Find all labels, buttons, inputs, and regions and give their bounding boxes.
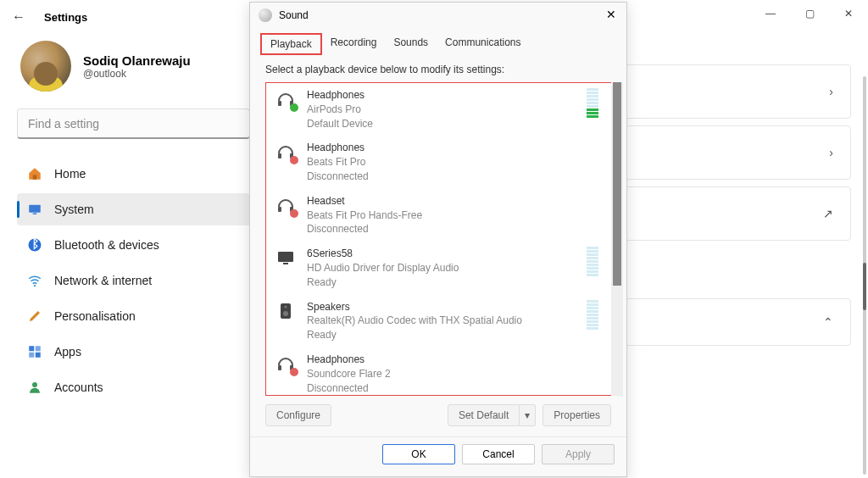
tab-recording[interactable]: Recording — [322, 33, 386, 55]
apps-icon — [27, 344, 42, 359]
page-scrollbar[interactable] — [863, 76, 866, 475]
nav-label: Apps — [54, 345, 81, 358]
svg-rect-14 — [278, 207, 281, 212]
device-text: HeadphonesSoundcore Flare 2Disconnected — [307, 353, 603, 395]
maximize-button[interactable]: ▢ — [790, 0, 829, 27]
level-meter-icon — [586, 88, 599, 118]
nav-label: Network & internet — [54, 274, 152, 287]
device-row[interactable]: 6Series58HD Audio Driver for Display Aud… — [266, 242, 611, 294]
tab-playback[interactable]: Playback — [260, 33, 322, 55]
back-button[interactable]: ← — [8, 9, 29, 25]
svg-rect-8 — [36, 353, 41, 358]
sound-dialog: Sound ✕ PlaybackRecordingSoundsCommunica… — [249, 2, 627, 477]
headphones-icon — [275, 141, 297, 163]
headphones-icon — [275, 353, 297, 375]
chevron-right-icon: › — [829, 85, 833, 98]
device-text: SpeakersRealtek(R) Audio Codec with THX … — [307, 300, 576, 342]
device-list[interactable]: HeadphonesAirPods ProDefault DeviceHeadp… — [265, 82, 611, 396]
speaker-icon — [275, 300, 297, 322]
set-default-button[interactable]: Set Default — [448, 404, 520, 426]
sidebar-item-personalisation[interactable]: Personalisation — [17, 300, 250, 332]
properties-button[interactable]: Properties — [542, 404, 611, 426]
sound-icon — [259, 8, 272, 22]
brush-icon — [27, 308, 42, 324]
status-badge — [290, 156, 298, 164]
sidebar-item-bluetooth-devices[interactable]: Bluetooth & devices — [17, 229, 250, 261]
dialog-close-button[interactable]: ✕ — [603, 8, 620, 21]
device-text: HeadsetBeats Fit Pro Hands-FreeDisconnec… — [307, 194, 603, 236]
svg-rect-17 — [283, 263, 288, 264]
tab-communications[interactable]: Communications — [437, 33, 529, 55]
profile-name: Sodiq Olanrewaju — [83, 53, 191, 68]
headphones-icon — [275, 88, 297, 110]
sidebar-item-apps[interactable]: Apps — [17, 336, 250, 368]
apply-button[interactable]: Apply — [542, 444, 615, 464]
set-default-dropdown[interactable]: ▾ — [520, 404, 536, 426]
svg-point-9 — [32, 382, 37, 387]
dialog-titlebar: Sound ✕ — [250, 3, 626, 28]
tab-sounds[interactable]: Sounds — [385, 33, 437, 55]
settings-title: Settings — [44, 11, 87, 24]
tabs: PlaybackRecordingSoundsCommunications — [250, 28, 626, 55]
svg-point-20 — [285, 305, 287, 308]
bluetooth-icon — [27, 237, 42, 253]
device-text: HeadphonesAirPods ProDefault Device — [307, 88, 576, 131]
nav-label: Personalisation — [54, 309, 136, 323]
device-row[interactable]: SpeakersRealtek(R) Audio Codec with THX … — [266, 295, 611, 347]
device-row[interactable]: HeadsetBeats Fit Pro Hands-FreeDisconnec… — [266, 189, 611, 242]
svg-rect-5 — [29, 346, 34, 351]
sidebar-item-home[interactable]: Home — [17, 158, 250, 190]
sidebar-item-network-internet[interactable]: Network & internet — [17, 264, 250, 297]
svg-rect-1 — [29, 205, 41, 213]
list-scrollbar-thumb[interactable] — [613, 82, 621, 286]
device-text: 6Series58HD Audio Driver for Display Aud… — [307, 247, 576, 289]
svg-point-3 — [29, 239, 42, 252]
device-row[interactable]: HeadphonesBeats Fit ProDisconnected — [266, 136, 611, 188]
device-row[interactable]: HeadphonesSoundcore Flare 2Disconnected — [266, 347, 611, 396]
profile-email: @outlook — [83, 68, 191, 80]
svg-rect-16 — [278, 252, 293, 262]
device-row[interactable]: HeadphonesAirPods ProDefault Device — [266, 83, 611, 136]
chevron-right-icon: › — [829, 146, 833, 159]
nav-label: Home — [54, 167, 86, 181]
instruction-text: Select a playback device below to modify… — [250, 55, 626, 82]
level-meter-icon — [586, 247, 599, 276]
home-icon — [27, 166, 42, 181]
nav-label: System — [54, 203, 94, 216]
chevron-up-icon: ⌃ — [823, 315, 833, 329]
dialog-title: Sound — [279, 9, 309, 21]
headphones-icon — [275, 194, 297, 216]
configure-button[interactable]: Configure — [265, 404, 331, 426]
wifi-icon — [27, 273, 42, 288]
dialog-footer: OK Cancel Apply — [250, 436, 626, 475]
svg-rect-10 — [278, 101, 281, 106]
avatar — [20, 41, 71, 92]
device-text: HeadphonesBeats Fit ProDisconnected — [307, 141, 603, 183]
system-icon — [27, 202, 42, 217]
external-link-icon: ↗ — [823, 207, 833, 220]
svg-rect-2 — [33, 214, 37, 215]
sidebar-item-accounts[interactable]: Accounts — [17, 371, 250, 403]
scrollbar-thumb[interactable] — [863, 263, 866, 310]
close-button[interactable]: ✕ — [829, 0, 868, 27]
status-badge — [290, 209, 298, 218]
accounts-icon — [27, 380, 42, 395]
minimize-button[interactable]: — — [751, 0, 790, 27]
profile-block[interactable]: Sodiq Olanrewaju @outlook — [20, 41, 250, 92]
svg-rect-6 — [36, 346, 41, 351]
sidebar: Sodiq Olanrewaju @outlook Find a setting… — [17, 34, 250, 407]
cancel-button[interactable]: Cancel — [462, 444, 535, 464]
status-badge — [290, 103, 298, 112]
svg-rect-0 — [33, 175, 37, 180]
svg-point-19 — [283, 311, 288, 316]
list-scrollbar[interactable] — [611, 82, 623, 396]
svg-rect-21 — [278, 365, 281, 370]
sidebar-item-system[interactable]: System — [17, 193, 250, 225]
search-input[interactable]: Find a setting — [17, 108, 250, 139]
nav-label: Bluetooth & devices — [54, 238, 159, 252]
ok-button[interactable]: OK — [382, 444, 455, 464]
status-badge — [290, 368, 298, 376]
nav-label: Accounts — [54, 381, 103, 394]
svg-rect-12 — [278, 153, 281, 158]
window-controls: — ▢ ✕ — [751, 0, 868, 27]
